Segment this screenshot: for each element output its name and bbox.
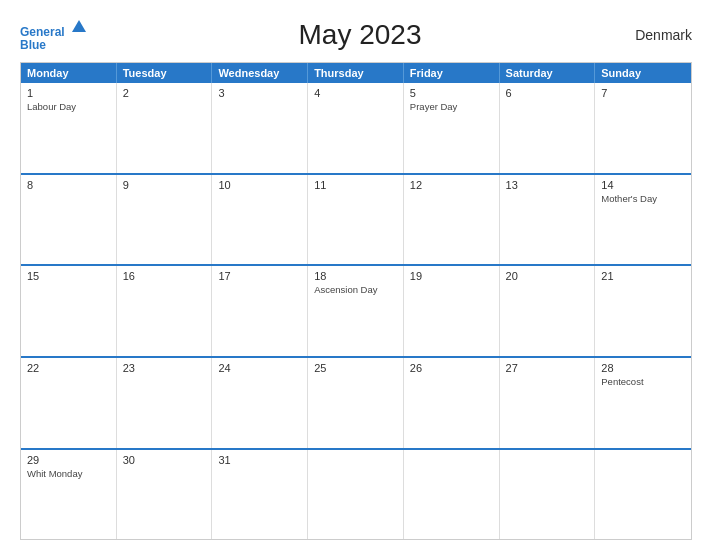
day-number: 21 [601,270,685,282]
day-cell: 8 [21,175,117,265]
day-number: 15 [27,270,110,282]
day-header-wednesday: Wednesday [212,63,308,83]
day-cell: 1Labour Day [21,83,117,173]
week-row-4: 22232425262728Pentecost [21,356,691,448]
day-number: 17 [218,270,301,282]
day-cell: 7 [595,83,691,173]
days-header: MondayTuesdayWednesdayThursdayFridaySatu… [21,63,691,83]
day-number: 6 [506,87,589,99]
country-label: Denmark [632,27,692,43]
day-number: 5 [410,87,493,99]
calendar-grid: MondayTuesdayWednesdayThursdayFridaySatu… [20,62,692,540]
day-cell: 23 [117,358,213,448]
day-number: 24 [218,362,301,374]
day-cell: 25 [308,358,404,448]
day-cell: 11 [308,175,404,265]
day-number: 28 [601,362,685,374]
day-header-monday: Monday [21,63,117,83]
day-cell: 3 [212,83,308,173]
day-number: 19 [410,270,493,282]
day-cell: 24 [212,358,308,448]
day-number: 12 [410,179,493,191]
day-cell: 15 [21,266,117,356]
day-number: 23 [123,362,206,374]
day-cell: 17 [212,266,308,356]
day-number: 27 [506,362,589,374]
day-cell: 9 [117,175,213,265]
day-event: Pentecost [601,376,685,387]
day-number: 30 [123,454,206,466]
day-cell [500,450,596,540]
week-row-3: 15161718Ascension Day192021 [21,264,691,356]
day-cell: 10 [212,175,308,265]
day-cell [308,450,404,540]
day-cell: 20 [500,266,596,356]
day-number: 31 [218,454,301,466]
day-header-thursday: Thursday [308,63,404,83]
day-number: 9 [123,179,206,191]
logo-text: General [20,18,88,39]
day-number: 10 [218,179,301,191]
day-cell: 12 [404,175,500,265]
day-number: 20 [506,270,589,282]
day-number: 18 [314,270,397,282]
calendar-title: May 2023 [88,19,632,51]
svg-marker-0 [72,20,86,32]
day-cell: 27 [500,358,596,448]
day-cell: 21 [595,266,691,356]
day-cell: 22 [21,358,117,448]
day-number: 13 [506,179,589,191]
day-cell: 2 [117,83,213,173]
day-event: Mother's Day [601,193,685,204]
day-number: 25 [314,362,397,374]
day-number: 8 [27,179,110,191]
day-cell: 28Pentecost [595,358,691,448]
day-cell: 30 [117,450,213,540]
day-number: 11 [314,179,397,191]
day-number: 22 [27,362,110,374]
day-cell: 18Ascension Day [308,266,404,356]
day-number: 26 [410,362,493,374]
day-cell [404,450,500,540]
header: General Blue May 2023 Denmark [20,18,692,52]
day-cell: 26 [404,358,500,448]
week-row-1: 1Labour Day2345Prayer Day67 [21,83,691,173]
day-number: 29 [27,454,110,466]
day-cell: 6 [500,83,596,173]
day-cell: 16 [117,266,213,356]
day-event: Prayer Day [410,101,493,112]
day-cell: 4 [308,83,404,173]
logo: General Blue [20,18,88,52]
day-number: 4 [314,87,397,99]
calendar-page: General Blue May 2023 Denmark MondayTues… [0,0,712,550]
day-cell: 14Mother's Day [595,175,691,265]
day-number: 3 [218,87,301,99]
day-cell: 5Prayer Day [404,83,500,173]
day-number: 14 [601,179,685,191]
day-header-saturday: Saturday [500,63,596,83]
day-number: 2 [123,87,206,99]
day-cell: 13 [500,175,596,265]
day-cell: 31 [212,450,308,540]
day-header-friday: Friday [404,63,500,83]
day-number: 1 [27,87,110,99]
logo-general: General [20,25,65,39]
day-header-sunday: Sunday [595,63,691,83]
day-cell: 19 [404,266,500,356]
day-cell [595,450,691,540]
logo-blue: Blue [20,39,88,52]
day-event: Labour Day [27,101,110,112]
day-number: 7 [601,87,685,99]
day-number: 16 [123,270,206,282]
week-row-2: 891011121314Mother's Day [21,173,691,265]
week-row-5: 29Whit Monday3031 [21,448,691,540]
day-event: Whit Monday [27,468,110,479]
weeks-container: 1Labour Day2345Prayer Day67891011121314M… [21,83,691,539]
day-header-tuesday: Tuesday [117,63,213,83]
day-event: Ascension Day [314,284,397,295]
logo-icon [70,18,88,36]
day-cell: 29Whit Monday [21,450,117,540]
